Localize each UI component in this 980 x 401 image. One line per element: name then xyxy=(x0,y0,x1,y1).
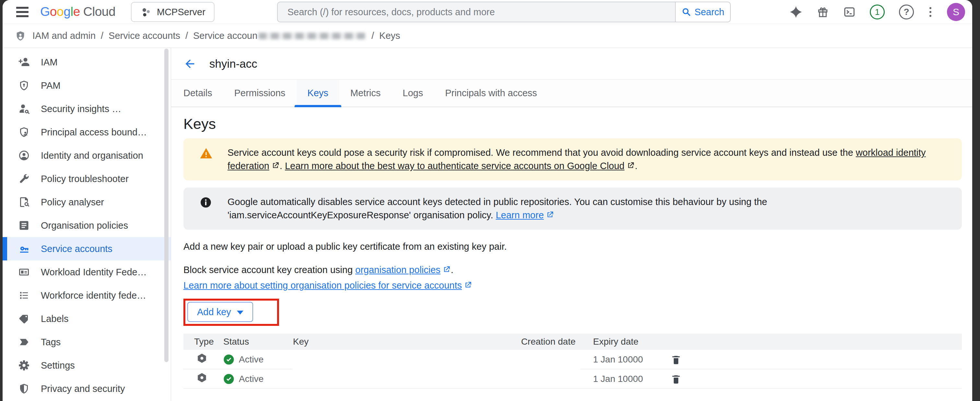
tab-label: Permissions xyxy=(234,88,285,98)
info-circle-icon xyxy=(200,195,213,222)
breadcrumb: IAM and admin / Service accounts / Servi… xyxy=(3,24,972,48)
search-icon xyxy=(681,7,691,17)
tab-keys[interactable]: Keys xyxy=(296,80,339,106)
breadcrumb-service-accounts[interactable]: Service accounts xyxy=(108,30,180,41)
section-heading: Keys xyxy=(183,116,962,133)
sidebar-item-label: Identity and organisation xyxy=(41,150,143,161)
table-row: Active 1 Jan 10000 xyxy=(183,350,962,369)
search-button[interactable]: Search xyxy=(675,2,731,22)
tab-logs[interactable]: Logs xyxy=(392,80,434,106)
sidebar-item-iam[interactable]: IAM xyxy=(3,51,171,74)
sidebar-item-service-accounts[interactable]: Service accounts xyxy=(3,237,171,260)
gemini-sparkle-icon[interactable] xyxy=(789,5,802,19)
sidebar-item-tags[interactable]: Tags xyxy=(3,330,171,354)
iam-shield-icon xyxy=(15,30,26,41)
expiry-date-cell: 1 Jan 10000 xyxy=(576,374,651,384)
delete-key-button[interactable] xyxy=(670,354,681,365)
sidebar-item-principal-access-boundary[interactable]: Principal access bound… xyxy=(3,120,171,144)
sidebar-item-pam[interactable]: PAM xyxy=(3,74,171,97)
sidebar-item-policy-analyser[interactable]: Policy analyser xyxy=(3,190,171,214)
sidebar-item-label: Organisation policies xyxy=(41,220,128,231)
sidebar-item-label: PAM xyxy=(41,80,60,91)
document-search-icon xyxy=(18,196,30,208)
account-avatar[interactable]: S xyxy=(947,3,965,21)
key-type-icon xyxy=(183,353,223,366)
more-options-icon[interactable] xyxy=(928,6,933,18)
shield-key-icon xyxy=(18,80,30,91)
sidebar-item-policy-troubleshooter[interactable]: Policy troubleshooter xyxy=(3,167,171,190)
logo-letter: g xyxy=(64,5,70,19)
hamburger-menu-icon[interactable] xyxy=(16,6,29,18)
authenticate-learn-more-link[interactable]: Learn more about the best way to authent… xyxy=(285,161,625,171)
article-icon xyxy=(18,220,30,231)
cloud-shell-icon[interactable] xyxy=(843,6,856,18)
google-cloud-logo[interactable]: Google Cloud xyxy=(40,5,115,19)
back-arrow-icon[interactable] xyxy=(183,57,196,70)
info-learn-more-link[interactable]: Learn more xyxy=(496,210,544,220)
warning-triangle-icon xyxy=(200,146,213,173)
block-key-creation-text: Block service account key creation using… xyxy=(183,263,962,276)
add-key-button[interactable]: Add key xyxy=(187,302,253,322)
intro-text: Add a new key pair or upload a public ke… xyxy=(183,240,962,253)
tab-label: Details xyxy=(183,88,212,98)
gift-icon[interactable] xyxy=(817,6,829,18)
sidebar-item-settings[interactable]: Settings xyxy=(3,354,171,377)
tab-principals-with-access[interactable]: Principals with access xyxy=(434,80,548,106)
tab-permissions[interactable]: Permissions xyxy=(223,80,296,106)
block-text-after: . xyxy=(451,265,453,275)
external-link-icon[interactable] xyxy=(271,160,280,168)
project-selector[interactable]: MCPServer xyxy=(131,2,215,22)
wrench-icon xyxy=(18,173,30,185)
tab-bar: Details Permissions Keys Metrics Logs Pr… xyxy=(171,79,972,107)
breadcrumb-separator: / xyxy=(185,30,188,41)
warning-text: Service account keys could pose a securi… xyxy=(228,146,950,173)
breadcrumb-separator: / xyxy=(371,30,374,41)
account-circle-icon xyxy=(18,150,30,161)
sidebar-item-organisation-policies[interactable]: Organisation policies xyxy=(3,214,171,237)
tab-metrics[interactable]: Metrics xyxy=(339,80,391,106)
keys-panel: Keys Service account keys could pose a s… xyxy=(171,107,972,401)
global-search: Search xyxy=(277,2,731,22)
sidebar-item-privacy-security[interactable]: Privacy and security xyxy=(3,377,171,400)
search-field[interactable] xyxy=(277,2,675,22)
notifications-badge[interactable]: 1 xyxy=(870,5,885,19)
sidebar-item-labels[interactable]: Labels xyxy=(3,307,171,330)
delete-key-button[interactable] xyxy=(670,374,681,385)
external-link-icon[interactable] xyxy=(546,209,554,218)
sidebar-item-security-insights[interactable]: Security insights … xyxy=(3,97,171,120)
org-policies-learn-more-line: Learn more about setting organisation po… xyxy=(183,280,962,291)
list-icon xyxy=(18,290,30,301)
red-annotation-rectangle: Add key xyxy=(183,299,279,326)
sidebar-item-label: Workload Identity Fede… xyxy=(41,267,147,277)
help-icon[interactable]: ? xyxy=(899,5,914,19)
organisation-policies-link[interactable]: organisation policies xyxy=(355,265,441,275)
column-header-expiry-date: Expiry date xyxy=(576,336,651,347)
tab-label: Principals with access xyxy=(445,88,537,98)
label-tag-icon xyxy=(18,313,30,325)
column-header-creation-date: Creation date xyxy=(517,336,576,347)
shield-person-icon xyxy=(18,126,30,138)
sidebar-item-label: Privacy and security xyxy=(41,384,125,394)
search-input[interactable] xyxy=(288,7,665,17)
page-title: shyin-acc xyxy=(209,57,257,70)
table-row: Active 1 Jan 10000 xyxy=(183,369,962,389)
breadcrumb-iam-and-admin[interactable]: IAM and admin xyxy=(32,30,95,41)
setting-org-policies-link[interactable]: Learn more about setting organisation po… xyxy=(183,280,462,290)
external-link-icon[interactable] xyxy=(627,160,635,168)
sidebar-item-label: Security insights … xyxy=(41,104,121,114)
sidebar-item-identity-organisation[interactable]: Identity and organisation xyxy=(3,144,171,167)
key-type-icon xyxy=(183,372,223,385)
sidebar-item-workforce-identity-federation[interactable]: Workforce identity fede… xyxy=(3,284,171,307)
key-exposure-info-banner: Google automatically disables service ac… xyxy=(183,187,962,230)
service-account-key-icon xyxy=(18,243,30,255)
search-button-label: Search xyxy=(695,7,724,17)
external-link-icon[interactable] xyxy=(464,281,472,289)
breadcrumb-service-account[interactable]: Service accoun xyxy=(193,30,257,41)
sidebar-item-label: Policy troubleshooter xyxy=(41,174,129,184)
sidebar-item-workload-identity-federation[interactable]: Workload Identity Fede… xyxy=(3,260,171,284)
status-text: Active xyxy=(239,354,264,365)
sidebar-scrollbar[interactable] xyxy=(164,49,169,362)
tab-details[interactable]: Details xyxy=(183,80,223,106)
key-status-cell: Active xyxy=(223,354,283,365)
external-link-icon[interactable] xyxy=(442,264,451,273)
